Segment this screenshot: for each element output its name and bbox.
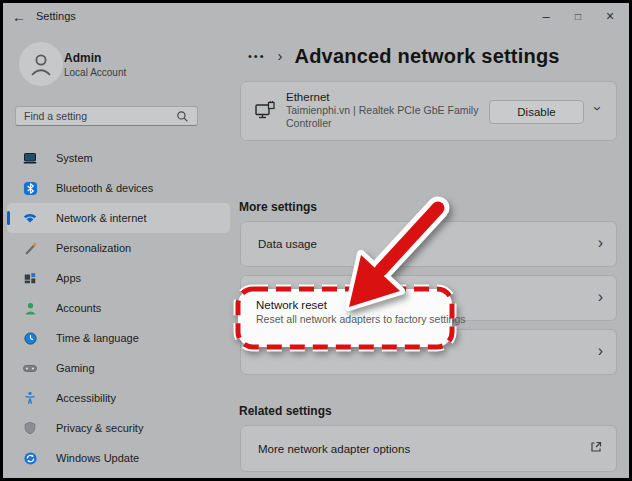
network-reset-sublabel: Reset all network adapters to factory se…: [256, 313, 466, 325]
ethernet-title: Ethernet: [286, 91, 491, 103]
sidebar-item-bluetooth[interactable]: Bluetooth & devices: [7, 173, 230, 203]
breadcrumb-separator-icon: ›: [278, 47, 283, 64]
close-button[interactable]: ×: [594, 4, 626, 28]
row-data-usage[interactable]: Data usage ›: [240, 221, 617, 267]
section-heading-more-settings: More settings: [239, 200, 317, 214]
sidebar-item-network-internet[interactable]: Network & internet: [7, 203, 230, 233]
sidebar-item-system[interactable]: System: [7, 143, 230, 173]
search-placeholder: Find a setting: [24, 110, 176, 122]
search-icon: [176, 110, 189, 123]
page-title: Advanced network settings: [295, 45, 560, 68]
ethernet-subtitle: Taimienphi.vn | Realtek PCIe GbE Family …: [286, 104, 491, 130]
sidebar-item-privacy-security[interactable]: Privacy & security: [7, 413, 230, 443]
accessibility-icon: [22, 390, 38, 406]
main-content: ••• › Advanced network settings Ethernet…: [236, 34, 632, 481]
sidebar-item-accounts[interactable]: Accounts: [7, 293, 230, 323]
avatar[interactable]: [19, 42, 63, 86]
user-name: Admin: [64, 51, 101, 65]
shield-icon: [22, 420, 38, 436]
chevron-down-icon[interactable]: ›: [590, 106, 607, 111]
search-input[interactable]: Find a setting: [15, 106, 198, 126]
chevron-right-icon: ›: [598, 288, 603, 306]
back-button[interactable]: ←: [10, 8, 28, 26]
sidebar-item-time-language[interactable]: Time & language: [7, 323, 230, 353]
person-icon: [22, 300, 38, 316]
gamepad-icon: [22, 360, 38, 376]
system-icon: [22, 150, 38, 166]
titlebar: ← Settings – □ ×: [0, 0, 632, 34]
sidebar-item-gaming[interactable]: Gaming: [7, 353, 230, 383]
section-heading-related-settings: Related settings: [239, 404, 332, 418]
user-subtitle: Local Account: [64, 67, 126, 78]
sidebar: Admin Local Account Find a setting Syste…: [0, 34, 236, 481]
user-avatar-icon: [26, 49, 56, 79]
settings-window: ← Settings – □ × Admin Local Account Fin…: [0, 0, 632, 481]
chevron-right-icon: ›: [598, 234, 603, 252]
external-link-icon: [589, 440, 603, 458]
breadcrumb: ••• › Advanced network settings: [248, 40, 560, 72]
window-controls: – □ ×: [530, 4, 626, 28]
apps-grid-icon: [22, 270, 38, 286]
sidebar-item-personalization[interactable]: Personalization: [7, 233, 230, 263]
clock-icon: [22, 330, 38, 346]
row-more-network-adapter-options[interactable]: More network adapter options: [240, 425, 617, 472]
sidebar-item-windows-update[interactable]: Windows Update: [7, 443, 230, 473]
ethernet-adapter-icon: [254, 100, 277, 127]
window-title: Settings: [36, 10, 76, 22]
wifi-icon: [22, 210, 38, 226]
brush-icon: [22, 240, 38, 256]
network-reset-highlight-text[interactable]: Network reset Reset all network adapters…: [256, 299, 466, 325]
breadcrumb-ellipsis-button[interactable]: •••: [248, 50, 266, 62]
selected-indicator: [7, 211, 10, 225]
maximize-button[interactable]: □: [562, 4, 594, 28]
bluetooth-icon: [22, 180, 38, 196]
ethernet-card: Ethernet Taimienphi.vn | Realtek PCIe Gb…: [240, 81, 617, 141]
minimize-button[interactable]: –: [530, 4, 562, 28]
chevron-right-icon: ›: [598, 342, 603, 360]
disable-button[interactable]: Disable: [489, 100, 584, 124]
network-reset-label: Network reset: [256, 299, 466, 311]
update-icon: [22, 450, 38, 466]
sidebar-item-accessibility[interactable]: Accessibility: [7, 383, 230, 413]
sidebar-item-apps[interactable]: Apps: [7, 263, 230, 293]
